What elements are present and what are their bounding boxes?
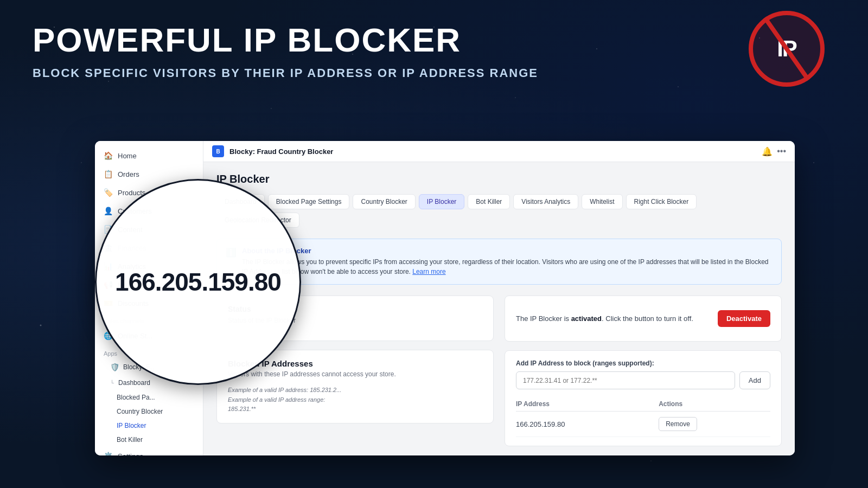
info-title: About the IP Blocker [242,247,773,255]
main-title: POWERFUL IP BLOCKER [33,22,760,59]
top-bar-title: Blocky: Fraud Country Blocker [229,147,756,156]
sidebar-item-bot-killer[interactable]: Bot Killer [95,433,203,447]
add-ip-row: Add [516,371,770,389]
tab-country-blocker[interactable]: Country Blocker [353,194,415,209]
blocked-ips-subtitle: Visitors with these IP addresses cannot … [228,370,482,378]
ip-address-input[interactable] [516,371,735,389]
info-box: ℹ️ About the IP Blocker The IP Blocker a… [216,239,782,285]
notification-icon[interactable]: 🔔 [762,146,773,157]
sidebar-label-dashboard: Dashboard [118,379,150,387]
tabs-container: Dashboard Blocked Page Settings Country … [216,194,782,228]
tab-visitors-analytics[interactable]: Visitors Analytics [513,194,578,209]
top-bar: B Blocky: Fraud Country Blocker 🔔 ••• [203,141,795,162]
deactivate-button[interactable]: Deactivate [718,310,770,327]
info-content: About the IP Blocker The IP Blocker allo… [242,247,773,277]
settings-icon: ⚙️ [104,452,112,455]
sidebar-label-ip-blocker: IP Blocker [117,422,146,429]
sidebar-item-settings[interactable]: ⚙️ Settings [95,447,203,455]
home-icon: 🏠 [104,151,112,160]
sidebar-label-country-blocker: Country Blocker [117,408,163,415]
magnify-circle: 166.205.159.80 [95,179,301,385]
add-ip-label: Add IP Address to block (ranges supporte… [516,359,770,367]
blocky-icon: 🛡️ [110,363,119,371]
orders-icon: 📋 [104,170,112,178]
ip-badge-circle: IP [749,11,825,87]
info-text: The IP Blocker allows you to prevent spe… [242,257,773,277]
blocked-ips-title: Blocked IP Addresses [228,359,482,368]
learn-more-link[interactable]: Learn more [412,268,445,275]
tab-ip-blocker[interactable]: IP Blocker [419,194,464,209]
add-ip-button[interactable]: Add [739,371,770,389]
right-column: The IP Blocker is activated. Click the b… [505,296,782,446]
status-action-card: The IP Blocker is activated. Click the b… [505,296,782,342]
status-bold: activated [571,314,602,323]
col-header-ip: IP Address [516,397,659,412]
ip-badge-slash [763,16,810,81]
app-logo: B [212,145,224,157]
status-row: The IP Blocker is activated. Click the b… [516,305,770,332]
tab-right-click-blocker[interactable]: Right Click Blocker [626,194,697,209]
tab-blocked-page-settings[interactable]: Blocked Page Settings [268,194,350,209]
sidebar-item-ip-blocker[interactable]: IP Blocker [95,419,203,433]
subtitle: BLOCK SPECIFIC VISITORS BY THEIR IP ADDR… [33,66,760,80]
example-text: Example of a valid IP address: 185.231.2… [228,386,482,414]
table-row: 166.205.159.80 Remove [516,412,770,437]
remove-button[interactable]: Remove [659,417,697,431]
top-bar-actions: 🔔 ••• [762,146,786,157]
sidebar-label-home: Home [118,152,137,160]
ip-address-cell: 166.205.159.80 [516,412,659,437]
page-title: IP Blocker [216,173,782,185]
sidebar-item-blocked-page[interactable]: Blocked Pa... [95,390,203,404]
sidebar-label-settings: Settings [118,452,143,456]
actions-cell: Remove [659,412,770,437]
col-header-actions: Actions [659,397,770,412]
tab-bot-killer[interactable]: Bot Killer [468,194,510,209]
customers-icon: 👤 [104,207,112,215]
tab-whitelist[interactable]: Whitelist [582,194,622,209]
add-ip-card: Add IP Address to block (ranges supporte… [505,350,782,446]
sidebar-item-home[interactable]: 🏠 Home [95,146,203,165]
sidebar-label-bot-killer: Bot Killer [117,436,143,444]
sidebar-label-orders: Orders [118,170,139,178]
more-options-icon[interactable]: ••• [777,146,786,156]
header-section: POWERFUL IP BLOCKER BLOCK SPECIFIC VISIT… [33,22,760,80]
ip-badge-container: IP [749,11,825,87]
two-col-layout: Status Status of the IP Blocker Blocked … [216,296,782,446]
sidebar-label-blocked-page: Blocked Pa... [117,394,155,401]
sidebar-item-country-blocker[interactable]: Country Blocker [95,404,203,419]
magnify-ip-text: 166.205.159.80 [115,267,281,297]
status-description: The IP Blocker is activated. Click the b… [516,314,693,323]
arrow-icon: └ [110,380,114,386]
ip-table: IP Address Actions 166.205.159.80 Remove [516,397,770,437]
products-icon: 🏷️ [104,188,112,197]
